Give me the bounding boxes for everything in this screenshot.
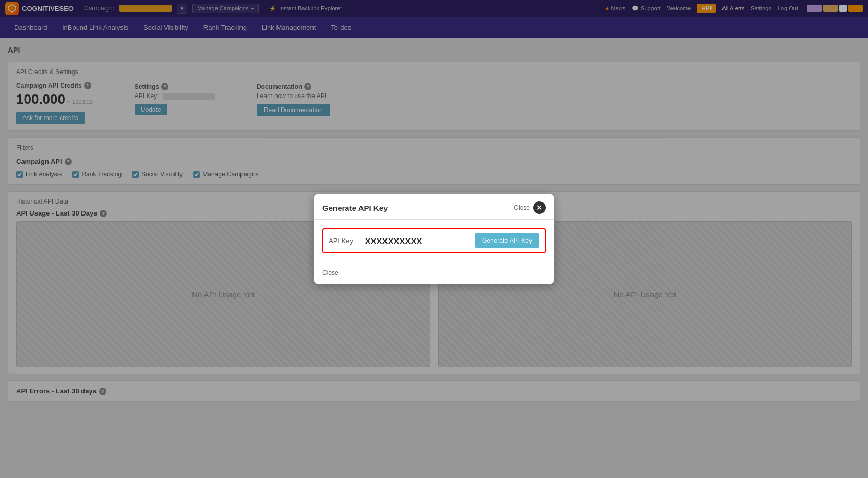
api-key-field-label: API Key xyxy=(329,237,360,245)
modal-close-text: Close xyxy=(514,204,530,211)
modal-body: API Key Generate API Key xyxy=(314,220,554,269)
api-key-field-row: API Key Generate API Key xyxy=(322,228,546,253)
modal-header: Generate API Key Close ✕ xyxy=(314,194,554,220)
modal-overlay[interactable]: Generate API Key Close ✕ API Key Generat… xyxy=(0,0,868,478)
modal-close-area[interactable]: Close ✕ xyxy=(514,201,546,214)
api-key-input[interactable] xyxy=(365,236,469,245)
generate-api-key-button[interactable]: Generate API Key xyxy=(475,233,539,248)
generate-api-key-modal: Generate API Key Close ✕ API Key Generat… xyxy=(314,194,554,284)
modal-close-button[interactable]: ✕ xyxy=(533,201,546,214)
modal-footer: Close xyxy=(314,269,554,284)
modal-footer-close-link[interactable]: Close xyxy=(322,269,339,277)
modal-title: Generate API Key xyxy=(322,204,388,212)
